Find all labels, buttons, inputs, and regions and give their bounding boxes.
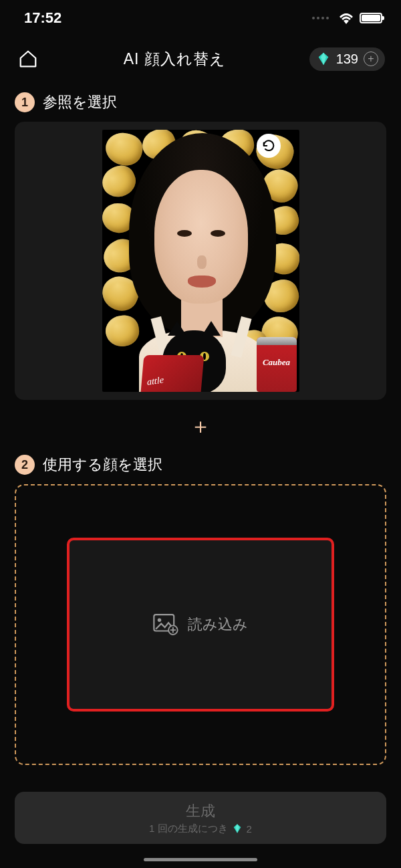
- step2-header: 2 使用する顔を選択: [15, 455, 386, 475]
- step1-label: 参照を選択: [43, 92, 117, 112]
- gem-small-icon: [232, 823, 243, 834]
- page-title: AI 顔入れ替え: [124, 49, 226, 70]
- reset-image-button[interactable]: [257, 134, 281, 158]
- wifi-icon: [338, 12, 354, 24]
- reference-image: attle Caubea: [102, 130, 299, 392]
- step1-header: 1 参照を選択: [15, 92, 386, 112]
- step1-number: 1: [15, 92, 35, 112]
- app-header: AI 顔入れ替え 139 +: [0, 39, 401, 79]
- face-upload-area[interactable]: 読み込み: [15, 484, 386, 765]
- home-indicator[interactable]: [144, 858, 257, 861]
- add-credits-icon[interactable]: +: [364, 51, 378, 66]
- step2-number: 2: [15, 455, 35, 475]
- can-text: Caubea: [257, 357, 297, 368]
- step2-label: 使用する顔を選択: [43, 455, 162, 475]
- status-time: 17:52: [24, 9, 61, 27]
- credits-pill[interactable]: 139 +: [309, 47, 385, 71]
- generate-button[interactable]: 生成 1 回の生成につき 2: [15, 792, 386, 844]
- upload-button[interactable]: 読み込み: [67, 538, 334, 712]
- battery-icon: [360, 13, 382, 23]
- svg-point-1: [158, 619, 161, 622]
- reference-image-card[interactable]: attle Caubea: [15, 122, 386, 400]
- plus-separator: ＋: [15, 412, 386, 441]
- cellular-dots-icon: [312, 17, 329, 19]
- rotate-ccw-icon: [261, 138, 276, 153]
- home-icon: [18, 49, 38, 69]
- generate-label: 生成: [186, 801, 215, 821]
- status-bar: 17:52: [0, 0, 401, 36]
- generate-cost: 1 回の生成につき 2: [149, 823, 252, 835]
- home-button[interactable]: [16, 47, 40, 71]
- upload-label: 読み込み: [188, 615, 248, 635]
- bag-text: attle: [146, 374, 164, 387]
- credits-value: 139: [336, 51, 358, 67]
- image-add-icon: [153, 613, 178, 636]
- gem-icon: [316, 51, 331, 66]
- status-right: [312, 12, 382, 24]
